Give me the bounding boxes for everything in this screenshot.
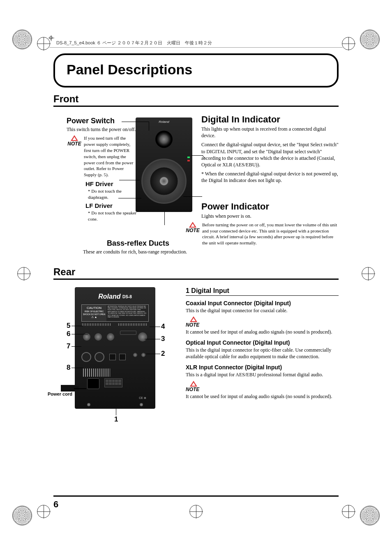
leader-line (74, 388, 86, 389)
leader-line (191, 155, 203, 156)
rear-logo: Roland DS-8 (75, 293, 155, 300)
crop-mark (360, 30, 380, 49)
digital-in-p3: * When the connected digital-signal outp… (201, 170, 339, 184)
callout-3: 3 (161, 335, 165, 343)
hf-driver-note: * Do not touch the diaphragm. (88, 188, 133, 200)
callout-4: 4 (161, 322, 165, 331)
rear-text-column: 1 Digital Input Coaxial Input Connector … (186, 287, 339, 427)
callout-7: 7 (67, 342, 70, 350)
power-indicator-note-text: Before turning the power on or off, you … (202, 222, 339, 246)
note-icon: NOTE (186, 381, 201, 392)
rear-panel-illustration: Roland DS-8 CAUTIONRISK OF ELECTRIC SHOC… (75, 287, 155, 409)
callout-1: 1 (114, 415, 118, 424)
lf-driver-note: * Do not touch the speaker cone. (88, 210, 137, 222)
callout-2: 2 (161, 350, 165, 358)
reg-mark (362, 267, 375, 280)
leader-line (149, 122, 149, 131)
xlr-body: This is a digital input for AES/EBU prof… (186, 371, 339, 378)
coax-body: This is the digital input connector for … (186, 307, 339, 314)
power-plug-icon (61, 385, 75, 391)
optical-body: This is the digital input connector for … (186, 347, 339, 360)
section-heading-front: Front (53, 93, 339, 107)
xlr-title: XLR Input Connector (Digital Input) (186, 364, 339, 371)
header-text: DS-8_7_5_e4.book ６ ページ ２００７年２月２０日 火曜日 午後… (56, 40, 212, 45)
rear-layout: Roland DS-8 CAUTIONRISK OF ELECTRIC SHOC… (53, 287, 339, 427)
reg-mark (37, 37, 50, 50)
reg-mark (37, 505, 50, 518)
led-stack (187, 157, 191, 163)
speaker-brand: Roland (159, 120, 169, 124)
optical-title: Optical Input Connector (Digital Input) (186, 339, 339, 346)
callout-5: 5 (67, 322, 70, 330)
note-icon: NOTE (186, 316, 201, 328)
coax-note: It cannot be used for input of analog au… (186, 329, 339, 335)
chapter-title-box: Panel Descriptions (53, 53, 339, 88)
power-indicator-body: Lights when power is on. (201, 213, 339, 219)
front-layout: Power Switch This switch turns the power… (53, 114, 339, 258)
front-speaker-illustration: Roland (136, 117, 192, 212)
power-switch-note-text: If you need turn off the power supply co… (84, 135, 137, 178)
rear-diagram-column: Roland DS-8 CAUTIONRISK OF ELECTRIC SHOC… (53, 287, 177, 427)
coax-title: Coaxial Input Connector (Digital Input) (186, 300, 339, 306)
page-number: 6 (53, 499, 58, 510)
front-left-column: Power Switch This switch turns the power… (53, 114, 193, 258)
crop-mark (360, 506, 380, 525)
bass-reflex-title: Bass-reflex Ducts (83, 239, 193, 248)
leader-line (119, 180, 140, 180)
leader-line (164, 211, 165, 225)
reg-mark (342, 505, 355, 518)
tweeter-icon (155, 131, 173, 148)
footer-rule (53, 495, 339, 497)
digital-in-p2: Connect the digital-signal output device… (201, 141, 339, 168)
bass-reflex-block: Bass-reflex Ducts These are conduits for… (83, 239, 193, 255)
reg-mark (189, 505, 203, 518)
digital-in-title: Digital In Indicator (201, 114, 339, 125)
crop-mark (12, 30, 32, 49)
rear-model: DS-8 (122, 295, 132, 299)
reg-mark (342, 37, 355, 50)
leader-line (122, 122, 149, 122)
chapter-title: Panel Descriptions (67, 62, 325, 78)
power-indicator-note: NOTE Before turning the power on or off,… (185, 222, 339, 246)
note-icon: NOTE (67, 135, 82, 147)
page-content: Panel Descriptions Front Power Switch Th… (53, 53, 339, 502)
running-header: DS-8_7_5_e4.book ６ ページ ２００７年２月２０日 火曜日 午後… (49, 40, 343, 48)
callout-6: 6 (67, 330, 70, 338)
leader-line (118, 198, 141, 198)
bass-reflex-body: These are conduits for rich, bass-range … (83, 249, 193, 255)
power-indicator-title: Power Indicator (201, 201, 339, 212)
xlr-note: It cannot be used for input of analog au… (186, 393, 339, 400)
front-right-column: Digital In Indicator This lights up when… (201, 114, 339, 258)
warning-box: CAUTIONRISK OF ELECTRIC SHOCK DO NOT OPE… (81, 304, 149, 322)
crop-mark (12, 506, 32, 525)
digital-in-p1: This lights up when output is received f… (201, 126, 339, 139)
callout-8: 8 (67, 364, 70, 372)
digital-input-heading: 1 Digital Input (186, 287, 339, 296)
leader-line (183, 196, 202, 197)
woofer-icon (141, 159, 187, 204)
section-heading-rear: Rear (53, 266, 339, 280)
reg-mark (17, 267, 30, 280)
power-cord-label: Power cord (48, 391, 72, 396)
